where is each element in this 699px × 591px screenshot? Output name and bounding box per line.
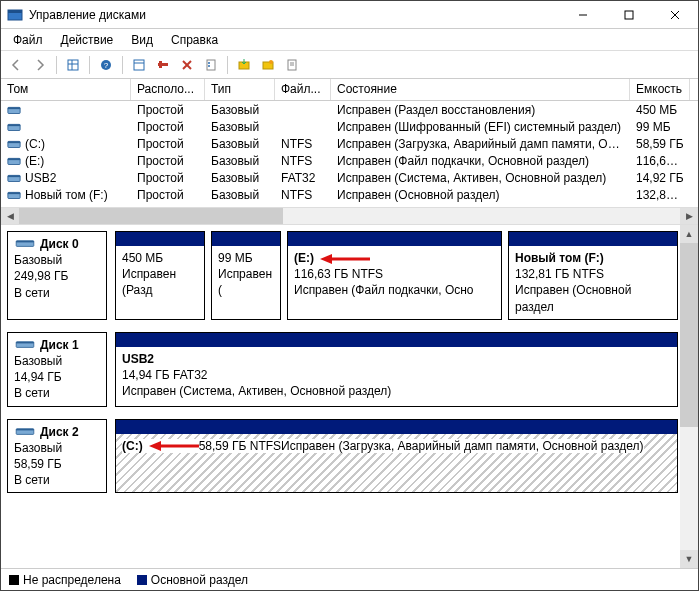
disk-online: В сети <box>14 385 100 401</box>
col-fs[interactable]: Файл... <box>275 79 331 100</box>
partition-size: 132,81 ГБ NTFS <box>515 266 671 282</box>
svg-rect-33 <box>8 159 20 161</box>
partition[interactable]: 99 МБИсправен ( <box>211 231 281 320</box>
volume-type: Базовый <box>205 103 275 117</box>
partition-title: USB2 <box>122 352 154 366</box>
svg-rect-14 <box>159 61 162 68</box>
menu-action[interactable]: Действие <box>53 31 122 49</box>
volume-name: (C:) <box>25 137 45 151</box>
help-button[interactable]: ? <box>95 54 117 76</box>
volume-type: Базовый <box>205 137 275 151</box>
toolbar: ? <box>1 51 698 79</box>
scroll-left-icon[interactable]: ◀ <box>1 208 19 224</box>
volume-fs: NTFS <box>275 154 331 168</box>
close-button[interactable] <box>652 1 698 28</box>
svg-rect-27 <box>8 108 20 110</box>
disk-row: Диск 2Базовый58,59 ГБВ сети(C:)58,59 ГБ … <box>7 419 678 494</box>
svg-point-18 <box>208 62 210 64</box>
col-status[interactable]: Состояние <box>331 79 630 100</box>
partition-title: (E:) <box>294 251 314 265</box>
volume-row[interactable]: Новый том (F:)ПростойБазовыйNTFSИсправен… <box>1 186 698 203</box>
scroll-thumb[interactable] <box>680 243 698 427</box>
partition-size: 14,94 ГБ FAT32 <box>122 367 671 383</box>
disk-name: Диск 0 <box>40 237 79 251</box>
partition[interactable]: USB214,94 ГБ FAT32Исправен (Система, Акт… <box>115 332 678 407</box>
disk-label[interactable]: Диск 1Базовый14,94 ГБВ сети <box>7 332 107 407</box>
partition[interactable]: (C:)58,59 ГБ NTFSИсправен (Загрузка, Ава… <box>115 419 678 494</box>
volume-capacity: 14,92 ГБ <box>630 171 690 185</box>
scroll-down-icon[interactable]: ▼ <box>680 550 698 568</box>
volume-fs: NTFS <box>275 137 331 151</box>
volume-row[interactable]: (C:)ПростойБазовыйNTFSИсправен (Загрузка… <box>1 135 698 152</box>
disk-online: В сети <box>14 285 100 301</box>
volume-capacity: 99 МБ <box>630 120 690 134</box>
action-button-3[interactable] <box>281 54 303 76</box>
refresh-button[interactable] <box>128 54 150 76</box>
scroll-right-icon[interactable]: ▶ <box>680 208 698 224</box>
scroll-up-icon[interactable]: ▲ <box>680 225 698 243</box>
partition-stripe <box>116 420 677 434</box>
partition[interactable]: Новый том (F:)132,81 ГБ NTFSИсправен (Ос… <box>508 231 678 320</box>
svg-rect-39 <box>16 241 34 243</box>
volume-row[interactable]: USB2ПростойБазовыйFAT32Исправен (Система… <box>1 169 698 186</box>
delete-button[interactable] <box>176 54 198 76</box>
view-list-button[interactable] <box>62 54 84 76</box>
partition-status: Исправен (Файл подкачки, Осно <box>294 282 495 298</box>
partition[interactable]: 450 МБИсправен (Разд <box>115 231 205 320</box>
svg-rect-31 <box>8 142 20 144</box>
volume-layout: Простой <box>131 137 205 151</box>
volume-row[interactable]: (E:)ПростойБазовыйNTFSИсправен (Файл под… <box>1 152 698 169</box>
partition-title: Новый том (F:) <box>515 251 604 265</box>
minimize-button[interactable] <box>560 1 606 28</box>
menu-help[interactable]: Справка <box>163 31 226 49</box>
menu-file[interactable]: Файл <box>5 31 51 49</box>
partition-size: 58,59 ГБ NTFS <box>199 439 281 453</box>
settings-button[interactable] <box>152 54 174 76</box>
disk-type: Базовый <box>14 252 100 268</box>
maximize-button[interactable] <box>606 1 652 28</box>
partition-title: (C:) <box>122 439 143 453</box>
disk-type: Базовый <box>14 353 100 369</box>
volume-status: Исправен (Загрузка, Аварийный дамп памят… <box>331 137 630 151</box>
disk-label[interactable]: Диск 2Базовый58,59 ГБВ сети <box>7 419 107 494</box>
svg-rect-45 <box>16 428 34 430</box>
legend-primary: Основной раздел <box>137 573 248 587</box>
back-button[interactable] <box>5 54 27 76</box>
col-volume[interactable]: Том <box>1 79 131 100</box>
disk-label[interactable]: Диск 0Базовый249,98 ГБВ сети <box>7 231 107 320</box>
volume-capacity: 116,63 ГБ <box>630 154 690 168</box>
svg-rect-29 <box>8 125 20 127</box>
svg-text:?: ? <box>104 61 109 70</box>
volume-status: Исправен (Раздел восстановления) <box>331 103 630 117</box>
scroll-thumb[interactable] <box>19 208 283 224</box>
partition-stripe <box>116 232 204 246</box>
action-button-1[interactable] <box>233 54 255 76</box>
partition-status: Исправен (Загрузка, Аварийный дамп памят… <box>281 439 643 453</box>
volume-name: (E:) <box>25 154 44 168</box>
svg-point-19 <box>208 65 210 67</box>
col-capacity[interactable]: Емкость <box>630 79 690 100</box>
svg-rect-43 <box>16 342 34 344</box>
forward-button[interactable] <box>29 54 51 76</box>
disk-management-window: Управление дисками Файл Действие Вид Спр… <box>0 0 699 591</box>
partition[interactable]: (E:)116,63 ГБ NTFSИсправен (Файл подкачк… <box>287 231 502 320</box>
partition-stripe <box>288 232 501 246</box>
col-layout[interactable]: Располо... <box>131 79 205 100</box>
vertical-scrollbar[interactable]: ▲ ▼ <box>680 225 698 568</box>
volume-layout: Простой <box>131 154 205 168</box>
horizontal-scrollbar[interactable]: ◀ ▶ <box>1 207 698 225</box>
svg-rect-3 <box>625 11 633 19</box>
partition-status: Исправен (Система, Активен, Основной раз… <box>122 383 671 399</box>
volume-row[interactable]: ПростойБазовыйИсправен (Раздел восстанов… <box>1 101 698 118</box>
red-arrow-icon <box>149 440 199 452</box>
properties-button[interactable] <box>200 54 222 76</box>
menu-view[interactable]: Вид <box>123 31 161 49</box>
action-button-2[interactable] <box>257 54 279 76</box>
volume-row[interactable]: ПростойБазовыйИсправен (Шифрованный (EFI… <box>1 118 698 135</box>
svg-rect-17 <box>207 60 215 70</box>
col-type[interactable]: Тип <box>205 79 275 100</box>
volume-type: Базовый <box>205 154 275 168</box>
svg-rect-35 <box>8 176 20 178</box>
volume-layout: Простой <box>131 103 205 117</box>
partition-status: Исправен (Разд <box>122 266 198 298</box>
